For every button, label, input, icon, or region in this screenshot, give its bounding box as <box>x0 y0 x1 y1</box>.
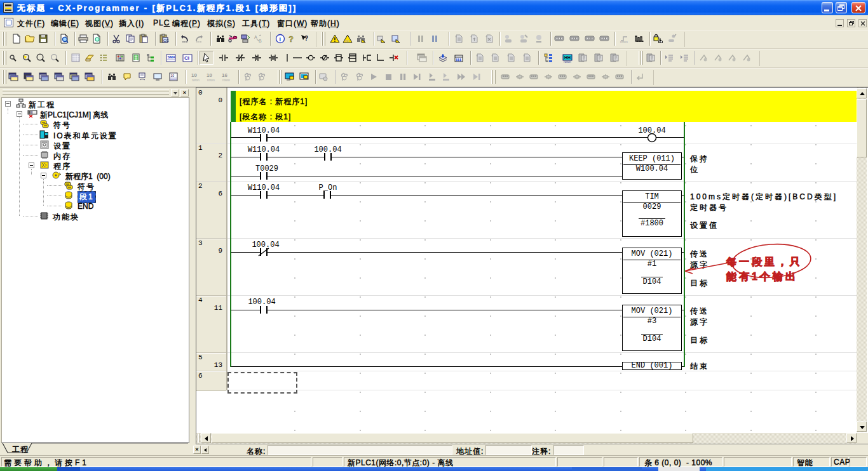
svg-text:10: 10 <box>191 72 197 78</box>
svg-text:A: A <box>254 35 257 39</box>
svg-text:ror: ror <box>345 39 349 43</box>
svg-text:roron: roron <box>207 78 215 82</box>
svg-text:roron: roron <box>192 78 200 82</box>
svg-text:SMA: SMA <box>168 55 175 59</box>
svg-text:16: 16 <box>222 72 227 78</box>
svg-text:?: ? <box>288 34 294 44</box>
svg-text:10: 10 <box>171 74 175 77</box>
svg-text:CI: CI <box>184 55 189 61</box>
svg-text:10: 10 <box>207 72 212 78</box>
svg-text:roron: roron <box>620 40 628 44</box>
svg-text:B: B <box>259 39 262 43</box>
svg-text:?: ? <box>304 35 308 42</box>
svg-text:i: i <box>280 36 281 43</box>
svg-text:roron: roron <box>564 60 571 63</box>
svg-text:roron: roron <box>222 78 230 82</box>
svg-text:CG: CG <box>163 39 169 43</box>
